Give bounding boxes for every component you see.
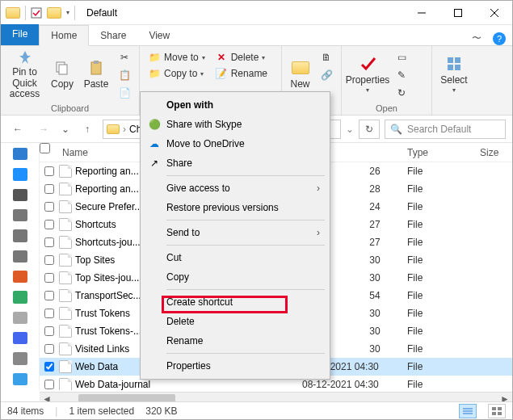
history-button[interactable]: ↻ xyxy=(392,85,411,101)
copy-to-button[interactable]: 📁Copy to▾ xyxy=(145,65,208,82)
row-checkbox[interactable] xyxy=(44,362,54,372)
open-group-label: Open xyxy=(347,102,427,113)
ctx-rename[interactable]: Rename xyxy=(142,331,328,351)
ctx-cut[interactable]: Cut xyxy=(142,248,328,267)
row-checkbox[interactable] xyxy=(44,309,54,318)
drive-icon[interactable] xyxy=(13,209,27,221)
cut-small-button[interactable]: ✂ xyxy=(115,49,134,65)
help-icon[interactable]: ? xyxy=(493,32,506,45)
file-type: File xyxy=(407,379,480,390)
open-button[interactable]: ▭ xyxy=(392,49,411,65)
onedrive-icon: ☁ xyxy=(147,136,162,151)
tab-file[interactable]: File xyxy=(1,24,39,45)
file-type: File xyxy=(407,183,480,195)
ctx-open-with[interactable]: Open with xyxy=(142,95,328,115)
move-to-button[interactable]: 📁Move to▾ xyxy=(145,49,208,65)
edit-button[interactable]: ✎ xyxy=(392,67,411,83)
file-type: File xyxy=(407,326,480,337)
drive-icon[interactable] xyxy=(13,312,27,324)
onedrive-icon[interactable] xyxy=(13,168,27,180)
tab-share[interactable]: Share xyxy=(89,26,137,45)
ctx-properties-label: Properties xyxy=(166,360,211,372)
row-checkbox[interactable] xyxy=(44,184,54,194)
pin-icon xyxy=(15,49,35,65)
row-checkbox[interactable] xyxy=(44,202,54,212)
skype-icon: 🟢 xyxy=(147,117,162,132)
delete-button[interactable]: ✕Delete▾ xyxy=(212,49,271,65)
row-checkbox[interactable] xyxy=(44,291,54,300)
tab-view[interactable]: View xyxy=(137,26,181,45)
details-view-button[interactable] xyxy=(459,404,477,418)
properties-button[interactable]: Properties▾ xyxy=(347,49,389,99)
new-item-button[interactable]: 🗎 xyxy=(317,49,336,65)
row-checkbox[interactable] xyxy=(44,237,54,247)
row-checkbox[interactable] xyxy=(44,344,54,354)
ctx-cut-label: Cut xyxy=(166,252,182,263)
paste-shortcut-button[interactable]: 📄 xyxy=(115,85,134,101)
ctx-copy-label: Copy xyxy=(166,271,189,283)
ctx-give-access[interactable]: Give access to› xyxy=(142,178,328,198)
svg-rect-7 xyxy=(91,62,101,74)
checkbox-icon[interactable] xyxy=(31,7,42,19)
selection-count: 1 item selected xyxy=(69,405,134,417)
forward-button[interactable]: → xyxy=(33,119,54,140)
search-input[interactable]: 🔍 Search Default xyxy=(385,120,506,139)
drive-icon[interactable] xyxy=(13,229,27,242)
easy-access-button[interactable]: 🔗 xyxy=(317,67,336,83)
copy-button[interactable]: Copy xyxy=(47,49,78,99)
column-type[interactable]: Type xyxy=(407,143,480,162)
address-dropdown-icon[interactable]: ⌄ xyxy=(346,124,354,135)
thumbnails-view-button[interactable] xyxy=(488,404,506,418)
network-icon[interactable] xyxy=(13,352,27,364)
row-checkbox[interactable] xyxy=(44,326,54,336)
row-checkbox[interactable] xyxy=(44,255,54,265)
select-button[interactable]: Select▾ xyxy=(437,49,471,99)
ctx-restore[interactable]: Restore previous versions xyxy=(142,198,328,217)
folder-icon[interactable] xyxy=(47,7,61,19)
ctx-properties[interactable]: Properties xyxy=(142,356,328,376)
back-button[interactable]: ← xyxy=(7,119,28,140)
ctx-share[interactable]: ↗Share xyxy=(142,153,328,173)
rename-button[interactable]: 📝Rename xyxy=(212,65,271,82)
network-icon[interactable] xyxy=(13,373,27,385)
file-name: TransportSec... xyxy=(75,290,141,301)
ribbon-collapse-icon[interactable]: 〜 xyxy=(467,32,486,45)
ctx-move-onedrive[interactable]: ☁Move to OneDrive xyxy=(142,134,328,153)
ctx-share-skype[interactable]: 🟢Share with Skype xyxy=(142,115,328,134)
minimize-button[interactable] xyxy=(403,1,439,25)
pin-quick-access-button[interactable]: Pin to Quick access xyxy=(6,49,44,99)
ctx-create-shortcut[interactable]: Create shortcut xyxy=(142,292,328,312)
svg-rect-12 xyxy=(455,65,460,70)
row-checkbox[interactable] xyxy=(44,380,54,389)
drive-icon[interactable] xyxy=(13,250,27,262)
qat-dropdown-icon[interactable]: ▾ xyxy=(66,9,69,16)
paste-button[interactable]: Paste xyxy=(81,49,111,99)
row-checkbox[interactable] xyxy=(44,166,54,176)
maximize-button[interactable] xyxy=(439,1,476,25)
drive-icon[interactable] xyxy=(13,271,27,283)
copy-path-button[interactable]: 📋 xyxy=(115,67,134,83)
file-icon xyxy=(59,200,72,213)
drive-icon[interactable] xyxy=(13,332,27,344)
close-button[interactable] xyxy=(476,1,512,25)
easy-access-icon: 🔗 xyxy=(320,69,333,82)
this-pc-icon[interactable] xyxy=(13,189,27,201)
row-checkbox[interactable] xyxy=(44,273,54,283)
properties-check-icon xyxy=(358,54,377,74)
column-size[interactable]: Size xyxy=(480,143,512,162)
recent-dropdown[interactable]: ⌄ xyxy=(59,119,72,140)
ctx-copy[interactable]: Copy xyxy=(142,267,328,287)
navigation-pane[interactable] xyxy=(1,143,40,390)
ctx-open-with-label: Open with xyxy=(166,99,213,111)
ribbon-tabs: File Home Share View 〜 ? xyxy=(1,25,512,46)
ctx-delete[interactable]: Delete xyxy=(142,312,328,331)
svg-rect-9 xyxy=(448,57,453,63)
up-button[interactable]: ↑ xyxy=(77,119,98,140)
refresh-button[interactable]: ↻ xyxy=(359,120,380,139)
tab-home[interactable]: Home xyxy=(39,25,89,46)
row-checkbox[interactable] xyxy=(44,220,54,229)
drive-icon[interactable] xyxy=(13,291,27,303)
select-all-checkbox[interactable] xyxy=(40,143,50,153)
ctx-send-to[interactable]: Send to› xyxy=(142,223,328,242)
quick-access-icon[interactable] xyxy=(13,148,27,160)
